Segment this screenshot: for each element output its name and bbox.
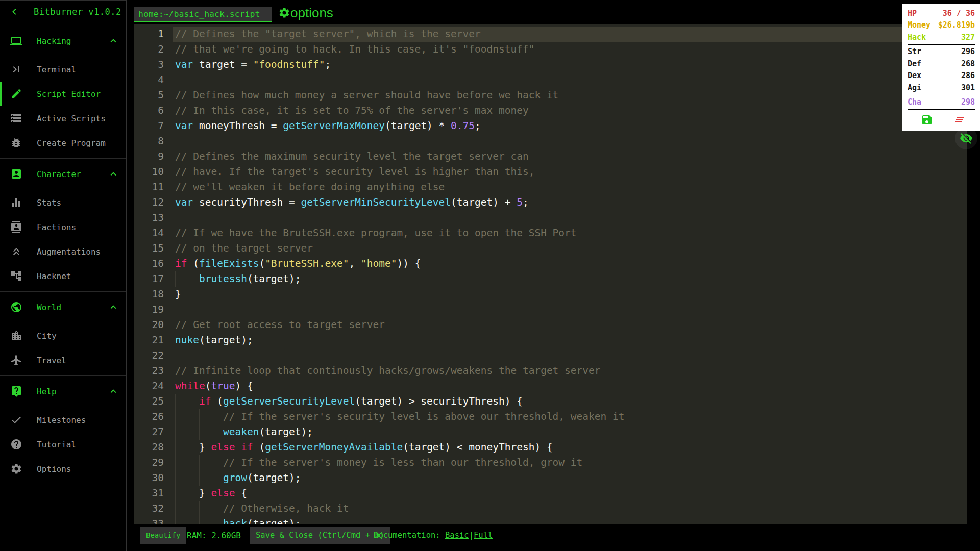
network-tree-icon: [10, 270, 22, 282]
sidebar-item-stats[interactable]: Stats: [0, 190, 126, 215]
sidebar-item-hacknet[interactable]: Hacknet: [0, 264, 126, 288]
sidebar-item-script-editor[interactable]: Script Editor: [0, 82, 126, 106]
doc-basic-link[interactable]: Basic: [445, 531, 469, 540]
terminal-icon: [10, 63, 22, 76]
sidebar-item-create-program[interactable]: Create Program: [0, 131, 126, 155]
stat-value: 296: [961, 47, 975, 56]
sidebar-item-terminal[interactable]: Terminal: [0, 57, 126, 82]
chevron-up-icon: [108, 168, 119, 180]
overview-divider: [908, 44, 975, 45]
sidebar-item-factions[interactable]: Factions: [0, 215, 126, 239]
line-number: 21: [134, 333, 164, 348]
stat-value: $26.819b: [938, 20, 975, 30]
code-line: 8: [134, 134, 967, 149]
sidebar-item-label: Stats: [37, 198, 61, 208]
sidebar-section-character[interactable]: Character: [0, 162, 126, 186]
clear-all-icon[interactable]: [953, 114, 966, 126]
stat-row-money: Money$26.819b: [908, 19, 975, 32]
beautify-button[interactable]: Beautify: [140, 527, 186, 544]
chevron-up-icon: [108, 386, 119, 397]
code-line: 4: [134, 72, 967, 88]
code-line: 12var securityThresh = getServerMinSecur…: [134, 195, 967, 210]
overview-visibility-toggle[interactable]: [955, 127, 977, 149]
line-number: 30: [134, 470, 164, 486]
line-number: 9: [134, 149, 164, 164]
line-number: 25: [134, 394, 164, 409]
line-number: 7: [134, 118, 164, 134]
sidebar-item-label: City: [37, 331, 57, 341]
contacts-icon: [10, 221, 22, 233]
code-line: 2// that we're going to hack. In this ca…: [134, 42, 967, 57]
save-icon[interactable]: [921, 114, 933, 126]
stat-row-hp: HP36 / 36: [908, 7, 975, 19]
stat-value: 268: [961, 59, 975, 68]
sidebar-item-milestones[interactable]: Milestones: [0, 408, 126, 432]
line-number: 23: [134, 363, 164, 379]
line-number: 15: [134, 241, 164, 256]
code-line: 7var moneyThresh = getServerMaxMoney(tar…: [134, 118, 967, 134]
overview-divider: [908, 95, 975, 95]
stat-row-str: Str296: [908, 46, 975, 58]
bar-chart-icon: [10, 196, 22, 209]
sidebar-item-tutorial[interactable]: Tutorial: [0, 432, 126, 457]
editor-options-button[interactable]: options: [278, 4, 333, 21]
sidebar-item-label: Augmentations: [37, 247, 101, 257]
sidebar-divider: [0, 291, 126, 292]
globe-icon: [10, 301, 22, 313]
line-number: 1: [134, 27, 164, 42]
person-badge-icon: [10, 168, 22, 180]
code-editor[interactable]: 1// Defines the "target server", which i…: [134, 24, 967, 524]
stat-value: 298: [961, 97, 975, 107]
stat-label: Str: [908, 47, 921, 56]
line-number: 16: [134, 256, 164, 271]
line-number: 19: [134, 302, 164, 317]
file-tab[interactable]: home:~/basic_hack.script: [134, 7, 272, 22]
line-number: 5: [134, 88, 164, 103]
sidebar-item-options[interactable]: Options: [0, 457, 126, 481]
sidebar-item-travel[interactable]: Travel: [0, 348, 126, 372]
code-line: 9// Defines the maximum security level t…: [134, 149, 967, 164]
doc-full-link[interactable]: Full: [474, 531, 493, 540]
code-line: 3var target = "foodnstuff";: [134, 57, 967, 72]
sidebar-item-augmentations[interactable]: Augmentations: [0, 239, 126, 264]
sidebar: Bitburner v1.0.2 HackingTerminalScript E…: [0, 0, 127, 551]
eye-off-icon: [960, 132, 973, 145]
options-label: options: [290, 6, 333, 19]
sidebar-nav: HackingTerminalScript EditorActive Scrip…: [0, 23, 126, 481]
line-number: 13: [134, 210, 164, 226]
sidebar-item-label: Options: [37, 464, 71, 474]
help-bubble-icon: [10, 385, 22, 397]
line-number: 22: [134, 348, 164, 363]
app-title: Bitburner v1.0.2: [34, 7, 121, 17]
save-close-button[interactable]: Save & Close (Ctrl/Cmd + b): [250, 527, 390, 544]
code-line: 16if (fileExists("BruteSSH.exe", "home")…: [134, 256, 967, 271]
code-line: 14// If we have the BruteSSH.exe program…: [134, 226, 967, 241]
sidebar-divider: [0, 375, 126, 376]
sidebar-divider: [0, 158, 126, 159]
sidebar-section-label: Help: [37, 387, 57, 396]
collapse-sidebar-button[interactable]: [8, 6, 20, 18]
code-line: 10// have. If the target's security leve…: [134, 164, 967, 180]
line-number: 24: [134, 379, 164, 394]
sidebar-item-label: Script Editor: [37, 89, 101, 99]
code-line: 6// In this case, it is set to 75% of th…: [134, 103, 967, 118]
documentation-links: Documentation: Basic |Full: [374, 527, 493, 544]
code-line: 31 } else {: [134, 486, 967, 501]
sidebar-section-label: Character: [37, 169, 81, 179]
code-line: 33 hack(target);: [134, 516, 967, 524]
laptop-icon: [10, 35, 22, 47]
sidebar-section-hacking[interactable]: Hacking: [0, 29, 126, 53]
sidebar-item-city[interactable]: City: [0, 323, 126, 348]
sidebar-item-label: Milestones: [37, 415, 86, 425]
character-overview[interactable]: HP36 / 36Money$26.819bHack327Str296Def26…: [902, 4, 980, 131]
sidebar-item-label: Create Program: [37, 138, 106, 148]
sidebar-item-active-scripts[interactable]: Active Scripts: [0, 106, 126, 131]
code-line: 25 if (getServerSecurityLevel(target) > …: [134, 394, 967, 409]
sidebar-section-world[interactable]: World: [0, 295, 126, 319]
line-number: 6: [134, 103, 164, 118]
sidebar-section-help[interactable]: Help: [0, 379, 126, 404]
stat-label: Cha: [908, 97, 921, 107]
line-number: 17: [134, 271, 164, 287]
sidebar-item-label: Travel: [37, 356, 66, 365]
code-line: 5// Defines how much money a server shou…: [134, 88, 967, 103]
